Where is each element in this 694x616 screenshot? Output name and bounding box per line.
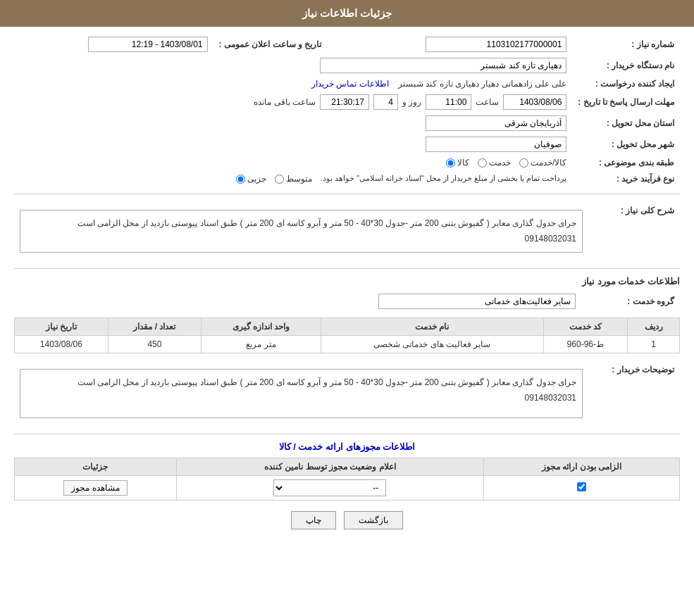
category-khedmat-radio[interactable] (478, 158, 487, 168)
category-kala-label: کالا (457, 158, 469, 168)
buyer-desc-grid: توضیحات خریدار : جرای جدول گذاری معابر (… (14, 360, 680, 427)
announce-input[interactable] (88, 37, 208, 52)
purchase-type-motavaset-label: متوسط (286, 174, 312, 184)
buyer-desc-content: جرای جدول گذاری معابر ( گفیوش بتنی 200 م… (14, 360, 588, 427)
city-value (14, 134, 572, 155)
service-group-input[interactable] (378, 294, 576, 309)
category-label: طبقه بندی موضوعی : (572, 155, 680, 170)
view-permit-button[interactable]: مشاهده مجوز (63, 480, 127, 496)
buyer-desc-text: جرای جدول گذاری معابر ( گفیوش بتنی 200 م… (78, 377, 576, 403)
footer-buttons: بازگشت چاپ (14, 501, 680, 540)
table-cell: 1 (628, 336, 680, 353)
announce-value (14, 34, 213, 55)
table-cell: متر مربع (202, 336, 321, 353)
col-code: کد خدمت (543, 318, 627, 336)
need-number-label: شماره نیاز : (572, 34, 680, 55)
service-group-value (14, 291, 581, 312)
purchase-type-motavaset-option[interactable]: متوسط (275, 174, 312, 184)
category-kala-khedmat-option[interactable]: کالا/خدمت (519, 158, 566, 168)
divider-1 (14, 194, 680, 194)
col-name: نام خدمت (321, 318, 544, 336)
category-kala-option[interactable]: کالا (446, 158, 469, 168)
info-grid: شماره نیاز : تاریخ و ساعت اعلان عمومی : … (14, 34, 680, 187)
services-section-title: اطلاعات خدمات مورد نیاز (14, 276, 680, 287)
permit-status-select[interactable]: -- (273, 479, 386, 496)
services-table-head: ردیف کد خدمت نام خدمت واحد اندازه گیری ت… (15, 318, 680, 336)
general-desc-label: شرح کلی نیاز : (588, 201, 680, 261)
permit-required-cell (483, 476, 679, 501)
permit-required-checkbox[interactable] (577, 482, 586, 491)
deadline-time-input[interactable] (426, 94, 471, 110)
divider-3 (14, 434, 680, 434)
deadline-days-input[interactable] (373, 94, 398, 110)
category-kala-khedmat-radio[interactable] (519, 158, 528, 168)
buyer-desc-label: توضیحات خریدار : (588, 360, 680, 427)
category-radio-group: کالا/خدمت خدمت کالا (446, 158, 566, 168)
requester-link[interactable]: اطلاعات تماس خریدار (311, 79, 389, 89)
deadline-label: مهلت ارسال پاسخ تا تاریخ : (572, 92, 680, 113)
col-permit-required: الزامی بودن ارائه مجوز (483, 458, 679, 476)
deadline-remaining-input[interactable] (320, 94, 369, 110)
requester-label: ایجاد کننده درخواست : (572, 76, 680, 92)
purchase-type-label: نوع فرآیند خرید : (572, 170, 680, 187)
general-desc-grid: شرح کلی نیاز : جرای جدول گذاری معابر ( گ… (14, 201, 680, 261)
purchase-type-group: پرداخت تمام یا بخشی از مبلغ خریدار از مح… (236, 174, 567, 184)
page-title: جزئیات اطلاعات نیاز (302, 7, 392, 19)
deadline-time-label: ساعت (476, 97, 499, 107)
category-khedmat-label: خدمت (489, 158, 511, 168)
permits-table-head: الزامی بودن ارائه مجوز اعلام وضعیت مجوز … (15, 458, 680, 476)
table-cell: 1403/08/06 (15, 336, 109, 353)
buyer-station-value (14, 55, 572, 76)
page-wrapper: جزئیات اطلاعات نیاز شماره نیاز : تاریخ و… (0, 0, 694, 616)
permit-detail-cell: مشاهده مجوز (15, 476, 177, 501)
col-row: ردیف (628, 318, 680, 336)
page-header: جزئیات اطلاعات نیاز (0, 0, 694, 27)
col-permit-status: اعلام وضعیت مجوز توسط نامین کننده (176, 458, 483, 476)
table-cell: 450 (108, 336, 202, 353)
deadline-date-input[interactable] (503, 94, 566, 110)
deadline-value: ساعت روز و ساعت باقی مانده (14, 92, 572, 113)
deadline-container: ساعت روز و ساعت باقی مانده (254, 94, 566, 110)
col-permit-detail: جزئیات (15, 458, 177, 476)
announce-label: تاریخ و ساعت اعلان عمومی : (213, 34, 328, 55)
purchase-type-jazii-option[interactable]: جزیی (236, 174, 266, 184)
province-value (14, 113, 572, 134)
need-number-input[interactable] (426, 37, 566, 52)
deadline-remaining-label: ساعت باقی مانده (254, 97, 316, 107)
category-radios: کالا/خدمت خدمت کالا (14, 155, 572, 170)
city-label: شهر محل تحویل : (572, 134, 680, 155)
buyer-desc-box: جرای جدول گذاری معابر ( گفیوش بتنی 200 م… (20, 369, 583, 418)
divider-2 (14, 268, 680, 269)
service-group-label: گروه خدمت : (581, 291, 680, 312)
province-input[interactable] (426, 115, 566, 131)
requester-text: علی علی زادهمانی دهیار دهیاری تازه کند ش… (398, 79, 566, 89)
col-date: تاریخ نیاز (15, 318, 109, 336)
col-quantity: تعداد / مقدار (108, 318, 202, 336)
permits-table-body: --مشاهده مجوز (15, 476, 680, 501)
buyer-station-label: نام دستگاه خریدار : (572, 55, 680, 76)
purchase-type-jazii-label: جزیی (247, 174, 266, 184)
table-cell: ط-96-960 (543, 336, 627, 353)
deadline-days-label: روز و (402, 97, 421, 107)
permit-status-cell: -- (176, 476, 483, 501)
print-button[interactable]: چاپ (291, 511, 336, 529)
purchase-type-jazii-radio[interactable] (236, 175, 245, 184)
need-number-value (341, 34, 572, 55)
back-button[interactable]: بازگشت (344, 511, 403, 529)
services-table: ردیف کد خدمت نام خدمت واحد اندازه گیری ت… (14, 318, 680, 353)
city-input[interactable] (426, 137, 566, 152)
col-unit: واحد اندازه گیری (202, 318, 321, 336)
purchase-type-value: پرداخت تمام یا بخشی از مبلغ خریدار از مح… (14, 170, 572, 187)
general-desc-text: جرای جدول گذاری معابر ( گفیوش بتنی 200 م… (78, 218, 576, 244)
purchase-type-desc: پرداخت تمام یا بخشی از مبلغ خریدار از مح… (321, 174, 567, 184)
general-desc-box: جرای جدول گذاری معابر ( گفیوش بتنی 200 م… (20, 210, 583, 253)
permits-table: الزامی بودن ارائه مجوز اعلام وضعیت مجوز … (14, 458, 680, 501)
buyer-station-input[interactable] (320, 58, 566, 73)
general-desc-content: جرای جدول گذاری معابر ( گفیوش بتنی 200 م… (14, 201, 588, 261)
category-kala-khedmat-label: کالا/خدمت (531, 158, 566, 168)
category-kala-radio[interactable] (446, 158, 455, 168)
permits-section-title: اطلاعات مجوزهای ارائه خدمت / کالا (14, 441, 680, 452)
category-khedmat-option[interactable]: خدمت (478, 158, 511, 168)
purchase-type-motavaset-radio[interactable] (275, 175, 284, 184)
table-cell: سایر فعالیت های خدماتی شخصی (321, 336, 544, 353)
